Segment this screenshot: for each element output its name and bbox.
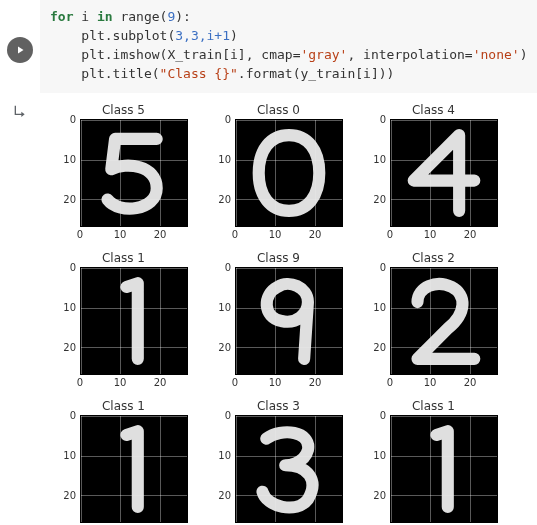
ytick-label: 20 <box>60 342 76 353</box>
xtick-label: 0 <box>387 229 393 240</box>
code-text: i <box>73 9 96 24</box>
axes <box>235 267 343 375</box>
subplot-title: Class 2 <box>356 251 511 265</box>
ytick-label: 20 <box>215 194 231 205</box>
code-text: , interpolation= <box>347 47 472 62</box>
kw-in: in <box>97 9 113 24</box>
subplot: Class 3 0102001020 <box>201 399 356 525</box>
subplot-title: Class 3 <box>201 399 356 413</box>
code-text: plt.subplot( <box>50 28 175 43</box>
xtick-label: 10 <box>424 377 437 388</box>
xtick-label: 20 <box>154 229 167 240</box>
code-text: plt.title( <box>50 66 160 81</box>
subplot: Class 4 0102001020 <box>356 103 511 251</box>
output-row: Class 5 0102001020Class 0 0102001020Clas… <box>0 93 537 525</box>
code-text: range( <box>113 9 168 24</box>
xtick-label: 0 <box>77 377 83 388</box>
output-arrow-icon <box>12 103 28 119</box>
xtick-label: 10 <box>269 377 282 388</box>
xtick-label: 0 <box>387 377 393 388</box>
xtick-label: 10 <box>114 377 127 388</box>
ytick-label: 10 <box>370 154 386 165</box>
code-text: .format(y_train[i])) <box>238 66 395 81</box>
str: "Class {}" <box>160 66 238 81</box>
str: 'gray' <box>300 47 347 62</box>
xtick-label: 10 <box>424 229 437 240</box>
axes <box>235 119 343 227</box>
ytick-label: 10 <box>215 154 231 165</box>
xtick-label: 10 <box>269 229 282 240</box>
xtick-label: 20 <box>464 377 477 388</box>
run-button[interactable] <box>7 37 33 63</box>
subplot-title: Class 9 <box>201 251 356 265</box>
ytick-label: 10 <box>215 450 231 461</box>
axes <box>235 415 343 523</box>
axes <box>390 119 498 227</box>
ytick-label: 20 <box>215 342 231 353</box>
ytick-label: 20 <box>370 342 386 353</box>
xtick-label: 20 <box>309 377 322 388</box>
ytick-label: 20 <box>370 490 386 501</box>
xtick-label: 0 <box>77 229 83 240</box>
ytick-label: 20 <box>60 194 76 205</box>
cell-gutter <box>0 0 40 93</box>
kw-for: for <box>50 9 73 24</box>
output-area: Class 5 0102001020Class 0 0102001020Clas… <box>40 93 537 525</box>
axes <box>390 415 498 523</box>
subplot-title: Class 4 <box>356 103 511 117</box>
axes <box>80 415 188 523</box>
xtick-label: 0 <box>232 229 238 240</box>
ytick-label: 20 <box>60 490 76 501</box>
play-icon <box>14 44 26 56</box>
subplot: Class 1 0102001020 <box>46 399 201 525</box>
subplot-title: Class 0 <box>201 103 356 117</box>
subplot-title: Class 1 <box>46 251 201 265</box>
code-text: ) <box>230 28 238 43</box>
ytick-label: 10 <box>370 450 386 461</box>
code-text: ): <box>175 9 191 24</box>
subplot: Class 5 0102001020 <box>46 103 201 251</box>
ytick-label: 10 <box>60 154 76 165</box>
ytick-label: 10 <box>215 302 231 313</box>
xtick-label: 20 <box>309 229 322 240</box>
xtick-label: 0 <box>232 377 238 388</box>
code-text: ) <box>520 47 528 62</box>
str: 'none' <box>473 47 520 62</box>
plot-grid: Class 5 0102001020Class 0 0102001020Clas… <box>46 103 531 525</box>
output-gutter <box>0 93 40 525</box>
code-cell: for i in range(9): plt.subplot(3,3,i+1) … <box>0 0 537 93</box>
subplot: Class 1 0102001020 <box>46 251 201 399</box>
subplot-title: Class 1 <box>46 399 201 413</box>
ytick-label: 20 <box>215 490 231 501</box>
ytick-label: 10 <box>60 302 76 313</box>
xtick-label: 20 <box>464 229 477 240</box>
subplot: Class 1 0102001020 <box>356 399 511 525</box>
ytick-label: 10 <box>60 450 76 461</box>
ytick-label: 20 <box>370 194 386 205</box>
subplot: Class 0 0102001020 <box>201 103 356 251</box>
subplot-title: Class 1 <box>356 399 511 413</box>
axes <box>80 119 188 227</box>
subplot: Class 2 0102001020 <box>356 251 511 399</box>
code-text: plt.imshow(X_train[i], cmap= <box>50 47 300 62</box>
code-editor[interactable]: for i in range(9): plt.subplot(3,3,i+1) … <box>40 0 537 93</box>
axes <box>80 267 188 375</box>
xtick-label: 10 <box>114 229 127 240</box>
axes <box>390 267 498 375</box>
subplot: Class 9 0102001020 <box>201 251 356 399</box>
subplot-title: Class 5 <box>46 103 201 117</box>
num: 3,3,i+1 <box>175 28 230 43</box>
ytick-label: 10 <box>370 302 386 313</box>
xtick-label: 20 <box>154 377 167 388</box>
